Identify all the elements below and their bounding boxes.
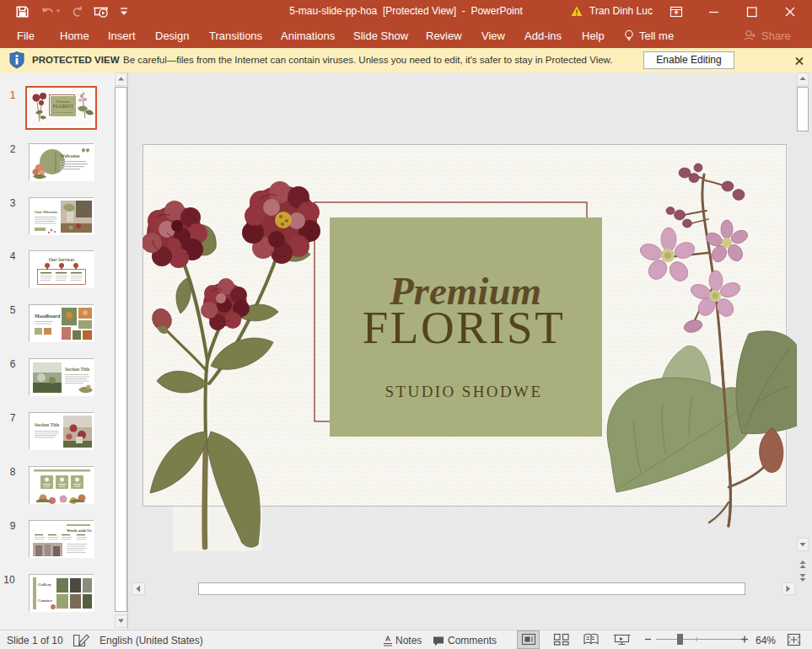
svg-text:STUDIO SHODWE: STUDIO SHODWE xyxy=(385,383,543,400)
svg-text:Welcome: Welcome xyxy=(60,153,80,158)
svg-text:Contact: Contact xyxy=(38,598,52,603)
svg-text:Work with Us: Work with Us xyxy=(67,528,92,533)
svg-text:Share: Share xyxy=(761,30,791,42)
svg-text:Our Mission: Our Mission xyxy=(35,210,57,214)
svg-text:Section Title: Section Title xyxy=(65,367,90,372)
svg-text:Section Title: Section Title xyxy=(35,422,60,427)
svg-text:Moodboard: Moodboard xyxy=(35,314,61,319)
svg-text:FLORIST: FLORIST xyxy=(363,302,566,353)
svg-text:FLORIST: FLORIST xyxy=(53,104,74,109)
svg-text:Gallery: Gallery xyxy=(38,582,52,587)
svg-text:Our Services: Our Services xyxy=(49,257,74,262)
svg-text:STUDIO SHODWE: STUDIO SHODWE xyxy=(54,111,73,114)
